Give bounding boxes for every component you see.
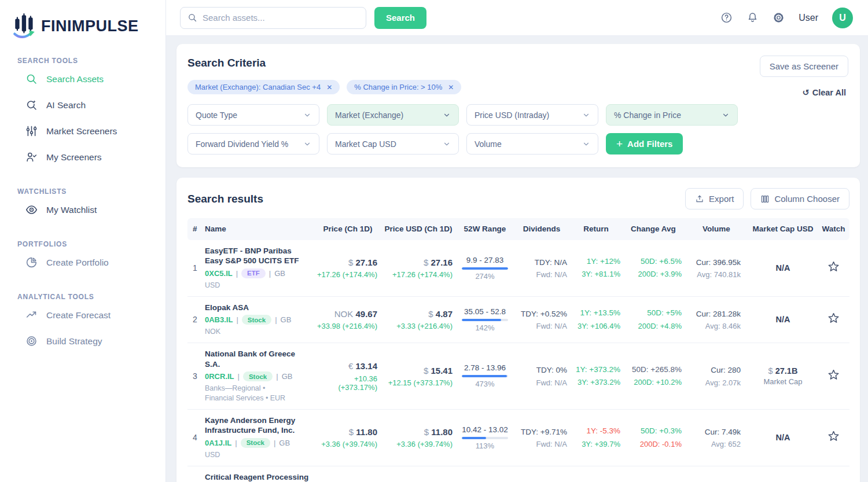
sidebar-item-my-watchlist[interactable]: My Watchlist xyxy=(0,197,165,223)
volume-current: Cur: 280 xyxy=(684,365,741,376)
dividends-cell: TDY: +0.52% Fwd: N/A xyxy=(514,309,569,330)
asset-meta: NOK xyxy=(205,327,315,337)
row-number: 3 xyxy=(187,371,205,381)
chevron-down-icon xyxy=(303,111,311,119)
volume-current: Cur: 281.28k xyxy=(684,309,741,319)
filter-volume[interactable]: Volume xyxy=(466,133,598,154)
table-row: 4 Kayne Anderson Energy Infrastructure F… xyxy=(187,410,849,466)
column-header-52w-range: 52W Range xyxy=(456,225,514,233)
filter-price-usd[interactable]: Price USD (Intraday) xyxy=(466,104,598,126)
watch-star-button[interactable] xyxy=(826,367,841,385)
avatar[interactable]: U xyxy=(832,8,853,28)
filter-pct-change-in-price[interactable]: % Change in Price xyxy=(606,104,738,126)
asset-search-box xyxy=(180,7,366,29)
market-cap-value-line: N/A xyxy=(749,433,817,442)
price-cell: $ 11.80 +3.36 (+39.74%) xyxy=(315,426,381,448)
ticker-link[interactable]: 0A1J.IL xyxy=(205,439,231,447)
topbar: Search User U xyxy=(166,0,868,36)
search-icon xyxy=(187,13,197,23)
dividends-cell: TDY: 0% Fwd: N/A xyxy=(514,365,569,387)
sidebar-item-create-portfolio[interactable]: Create Portfolio xyxy=(0,249,165,275)
filter-quote-type[interactable]: Quote Type xyxy=(187,104,319,126)
watch-star-button[interactable] xyxy=(826,259,841,277)
dividend-today: TDY: +9.71% xyxy=(514,427,567,437)
watch-cell xyxy=(817,429,849,446)
market-cap-cell: N/A xyxy=(749,263,817,273)
country-code: GB xyxy=(279,439,290,447)
ticker-link[interactable]: 0AB3.IL xyxy=(205,315,233,324)
bell-icon[interactable] xyxy=(746,12,759,24)
filter-label: Quote Type xyxy=(196,111,237,120)
column-chooser-button[interactable]: Column Chooser xyxy=(751,188,849,209)
sidebar-item-create-forecast[interactable]: Create Forecast xyxy=(0,302,165,328)
separator: | xyxy=(238,372,240,381)
brand-logo-icon xyxy=(13,13,37,39)
volume-current: Cur: 396.95k xyxy=(684,257,741,268)
gear-icon[interactable] xyxy=(773,12,785,24)
price-currency: € xyxy=(348,361,353,371)
change-avg-cell: 50D: +6.5% 200D: +3.9% xyxy=(623,256,684,279)
price-change: +3.36 (+39.74%) xyxy=(315,440,377,448)
export-button[interactable]: Export xyxy=(685,188,744,209)
filter-label: % Change in Price xyxy=(614,111,681,120)
type-badge: Stock xyxy=(241,438,270,448)
price-usd-currency: $ xyxy=(424,427,429,437)
country-code: GB xyxy=(282,372,293,381)
name-cell: National Bank of Greece S.A. 0RCR.IL | S… xyxy=(205,349,315,403)
range-bar-fill xyxy=(462,375,507,377)
brand-logo: FINIMPULSE xyxy=(0,10,165,39)
filter-market-cap-usd[interactable]: Market Cap USD xyxy=(327,133,459,154)
price-change: +17.26 (+174.4%) xyxy=(315,270,377,279)
price-change: +33.98 (+216.4%) xyxy=(315,322,377,330)
add-filters-button[interactable]: + Add Filters xyxy=(606,133,683,154)
sidebar-item-market-screeners[interactable]: Market Screeners xyxy=(0,118,165,144)
range-values: 9.9 - 27.83 xyxy=(456,256,514,264)
search-button[interactable]: Search xyxy=(374,7,426,29)
clear-all-button[interactable]: ↺ Clear All xyxy=(803,88,846,97)
chip-text: Market (Exchange): Canadian Sec +4 xyxy=(195,83,321,91)
price-usd-value: 11.80 xyxy=(431,427,453,437)
name-cell: EasyETF - BNP Paribas Easy S&P 500 UCITS… xyxy=(205,246,315,290)
range-bar xyxy=(462,267,508,270)
type-badge: Stock xyxy=(243,371,273,381)
chip-close-icon[interactable]: ✕ xyxy=(326,83,332,91)
chip-close-icon[interactable]: ✕ xyxy=(448,83,454,91)
dividend-today: TDY: N/A xyxy=(514,257,567,268)
ticker-link[interactable]: 0RCR.IL xyxy=(205,372,234,381)
change-200d: 200D: +10.2% xyxy=(623,377,682,388)
sidebar-item-search-assets[interactable]: Search Assets xyxy=(0,66,165,92)
sidebar-item-build-strategy[interactable]: Build Strategy xyxy=(0,328,165,354)
chevron-down-icon xyxy=(722,111,730,119)
country-code: GB xyxy=(281,315,292,324)
return-cell: 1Y: +12% 3Y: +81.1% xyxy=(569,256,623,279)
ticker-link[interactable]: 0XC5.IL xyxy=(205,269,233,278)
filter-chip-market[interactable]: Market (Exchange): Canadian Sec +4 ✕ xyxy=(187,80,340,94)
plus-icon: + xyxy=(616,138,623,149)
market-cap-cell: N/A xyxy=(749,433,817,442)
ticker-line: 0AB3.IL | Stock | GB xyxy=(205,315,315,325)
filters-row-2: Forward Dividend Yield % Market Cap USD … xyxy=(187,133,848,154)
filter-market-exchange[interactable]: Market (Exchange) xyxy=(327,104,459,126)
clear-all-label: Clear All xyxy=(812,88,846,97)
watch-cell xyxy=(817,259,849,277)
sidebar-item-my-screeners[interactable]: My Screeners xyxy=(0,144,165,170)
price-usd-change: +17.26 (+174.4%) xyxy=(381,270,453,279)
price-usd-cell: $ 15.41 +12.15 (+373.17%) xyxy=(381,365,456,387)
column-header-dividends: Dividends xyxy=(514,225,569,233)
sidebar-item-ai-search[interactable]: AI Search xyxy=(0,92,165,118)
range-values: 35.05 - 52.8 xyxy=(456,307,514,316)
results-header: Search results Export Column Chooser xyxy=(187,188,849,209)
filter-forward-dividend-yield[interactable]: Forward Dividend Yield % xyxy=(187,133,319,154)
market-cap-cell: $ 27.1B Market Cap xyxy=(749,366,817,386)
search-input[interactable] xyxy=(203,13,359,23)
user-label[interactable]: User xyxy=(799,13,818,23)
range-cell: 2.78 - 13.96 473% xyxy=(456,363,514,388)
watch-star-button[interactable] xyxy=(826,311,841,328)
save-as-screener-button[interactable]: Save as Screener xyxy=(760,56,848,77)
help-icon[interactable] xyxy=(720,12,733,24)
watch-star-button[interactable] xyxy=(826,429,841,446)
volume-average: Avg: 8.46k xyxy=(684,322,741,330)
filter-chip-price-change[interactable]: % Change in Price: > 10% ✕ xyxy=(347,80,461,94)
dividends-cell: TDY: N/A Fwd: N/A xyxy=(514,257,569,279)
change-50d: 50D: +5% xyxy=(623,308,682,318)
